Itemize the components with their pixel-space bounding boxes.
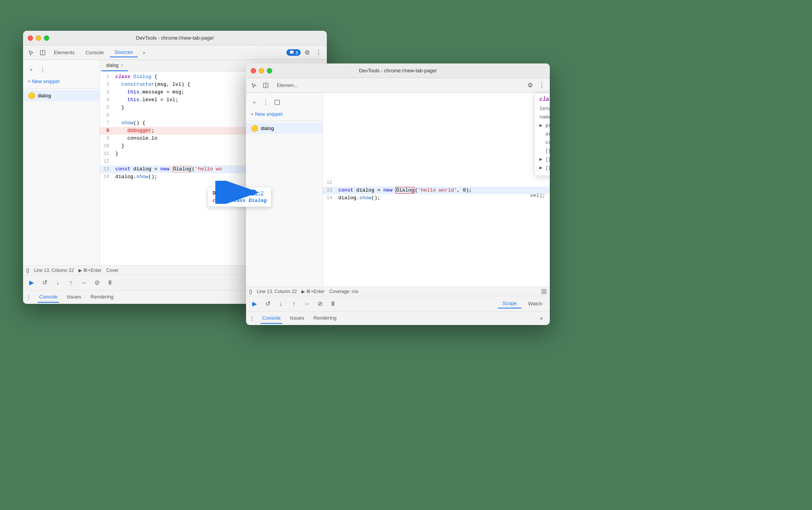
step-btn-2[interactable]: → [301, 298, 312, 309]
cursor-icon[interactable] [26, 48, 36, 58]
window-title-2: DevTools - chrome://new-tab-page/ [359, 68, 437, 73]
settings-icon-2[interactable]: ⚙ [525, 80, 535, 90]
dock-icon[interactable] [38, 48, 48, 58]
play-btn-2[interactable]: ▶ [249, 298, 260, 309]
issues-tab-2[interactable]: Issues [288, 313, 306, 324]
sidebar-more-icon-1[interactable]: » [26, 65, 36, 75]
braces-icon-1[interactable]: {} [26, 268, 29, 273]
step-into-btn-1[interactable]: ↓ [52, 277, 63, 288]
minimize-button-1[interactable] [36, 35, 41, 41]
window-title-1: DevTools - chrome://new-tab-page/ [136, 35, 214, 41]
maximize-button-1[interactable] [44, 35, 49, 41]
sidebar-file-dialog-2[interactable]: 🟡 dialog [246, 123, 323, 134]
bottom-more-icon-2[interactable]: ⋮ [249, 315, 255, 322]
run-button-2[interactable]: ▶ ⌘+Enter [301, 289, 324, 294]
new-snippet-btn-1[interactable]: + New snippet [23, 76, 100, 87]
minimize-button-2[interactable] [259, 68, 264, 73]
scope-row: arguments: (...) [539, 130, 550, 138]
step-out-btn-1[interactable]: ↑ [65, 277, 76, 288]
scope-row: caller: (...) [539, 138, 550, 147]
deactivate-btn-2[interactable]: ⊘ [314, 298, 325, 309]
scope-row-expandable[interactable]: ▶ prototype: {constructor: f, show: f} [539, 122, 550, 130]
code-tab-dialog-1[interactable]: dialog × [102, 60, 128, 71]
new-snippet-btn-2[interactable]: + New snippet [246, 109, 323, 119]
watch-tab-2[interactable]: Watch [524, 299, 547, 308]
cursor-position-2: Line 13, Column 22 [257, 289, 297, 294]
more-options-icon-2[interactable]: ⋮ [537, 80, 547, 90]
code-line-2-highlighted: 13 const dialog = new Dialog('hello worl… [323, 187, 550, 194]
toolbar-1: Elements Console Sources » 💬 3 ⚙ ⋮ [23, 45, 327, 60]
step-out-btn-2[interactable]: ↑ [288, 298, 299, 309]
scope-row-expandable-scopes[interactable]: ▶ [[Scopes]]: Scopes[2] [539, 164, 550, 172]
titlebar-2: DevTools - chrome://new-tab-page/ [246, 63, 550, 78]
cursor-icon-2[interactable] [249, 80, 259, 90]
step-over-btn-1[interactable]: ↺ [39, 277, 50, 288]
code-content-2: 12 13 const dialog = new Dialog('hello w… [323, 177, 550, 203]
tab-elements-1[interactable]: Elements [49, 48, 79, 57]
code-area-2: class Dialog length: 2 name: "Dialog" ▶ … [323, 93, 550, 287]
pause-btn-1[interactable]: ⏸ [105, 277, 115, 288]
play-btn-1[interactable]: ▶ [26, 277, 37, 288]
coverage-label-2: Coverage: n/a [329, 289, 358, 294]
settings-icon-1[interactable]: ⚙ [302, 48, 312, 58]
scope-row: name: "Dialog" [539, 113, 550, 122]
sidebar-file-dialog-1[interactable]: 🟡 dialog [23, 90, 100, 101]
scope-row-expandable-proto[interactable]: ▶ [[Prototype]]: f () [539, 155, 550, 164]
traffic-lights-1 [28, 35, 49, 41]
sidebar-options-icon-2[interactable]: ⋮ [261, 97, 271, 107]
scope-tab-2[interactable]: Scope [498, 299, 521, 308]
console-tab-2[interactable]: Console [261, 313, 282, 324]
scope-panel-2: class Dialog length: 2 name: "Dialog" ▶ … [534, 93, 550, 176]
status-bar-2: {} Line 13, Column 22 ▶ ⌘+Enter Coverage… [246, 287, 550, 296]
close-btn-2[interactable]: × [536, 313, 547, 324]
scroll-btn[interactable] [541, 289, 547, 294]
message-badge-1[interactable]: 💬 3 [286, 49, 301, 56]
rendering-tab-2[interactable]: Rendering [312, 313, 338, 324]
close-button-1[interactable] [28, 35, 33, 41]
dock-icon-2[interactable] [261, 80, 271, 90]
step-btn-1[interactable]: → [78, 277, 89, 288]
sidebar-more-icon-2[interactable]: » [249, 97, 259, 107]
more-options-icon-1[interactable]: ⋮ [314, 48, 324, 58]
deactivate-btn-1[interactable]: ⊘ [92, 277, 102, 288]
more-tabs-icon-1[interactable]: » [139, 48, 149, 58]
braces-icon-2[interactable]: {} [249, 289, 252, 294]
coverage-label-1: Cover [106, 268, 118, 273]
tab-sources-1[interactable]: Sources [110, 48, 138, 57]
scope-row-function-location: [[FunctionLocation]]: dialog:2 [539, 147, 550, 155]
rendering-tab-1[interactable]: Rendering [89, 292, 115, 303]
arrow-indicator [215, 181, 261, 205]
toolbar-2: Elemen... ⚙ ⋮ [246, 78, 550, 93]
code-line-2: 14 dialog.show(); [323, 194, 550, 202]
bottom-more-icon-1[interactable]: ⋮ [26, 294, 32, 300]
console-tab-1[interactable]: Console [38, 292, 59, 303]
scope-title: class Dialog [539, 96, 550, 102]
scope-row: length: 2 [539, 105, 550, 113]
cursor-position-1: Line 13, Column 22 [34, 268, 74, 273]
step-over-btn-2[interactable]: ↺ [262, 298, 273, 309]
code-line-2: 12 [323, 179, 550, 187]
step-into-btn-2[interactable]: ↓ [275, 298, 286, 309]
debug-toolbar-2: ▶ ↺ ↓ ↑ → ⊘ ⏸ Scope Watch [246, 296, 550, 311]
tab-console-1[interactable]: Console [81, 48, 108, 57]
sidebar-options-icon-1[interactable]: ⋮ [38, 65, 48, 75]
sidebar-1: » ⋮ + New snippet 🟡 dialog [23, 60, 100, 265]
titlebar-1: DevTools - chrome://new-tab-page/ [23, 31, 327, 45]
svg-rect-5 [275, 100, 280, 105]
close-button-2[interactable] [251, 68, 256, 73]
traffic-lights-2 [251, 68, 272, 73]
maximize-button-2[interactable] [267, 68, 272, 73]
partial-code-right: vel); [530, 193, 545, 198]
bottom-bar-2: ⋮ Console Issues Rendering × [246, 311, 550, 325]
devtools-window-2: DevTools - chrome://new-tab-page/ Elemen… [246, 63, 550, 325]
tab-elements-2[interactable]: Elemen... [272, 81, 303, 90]
pause-btn-2[interactable]: ⏸ [328, 298, 338, 309]
run-button-1[interactable]: ▶ ⌘+Enter [78, 268, 102, 273]
issues-tab-1[interactable]: Issues [65, 292, 83, 303]
tab-file-icon-2[interactable] [272, 97, 282, 107]
